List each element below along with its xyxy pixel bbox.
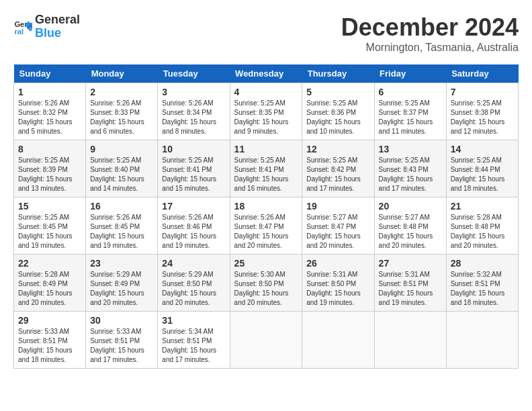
calendar-cell: 13 Sunrise: 5:25 AMSunset: 8:43 PMDaylig… bbox=[374, 140, 446, 197]
calendar-cell: 14 Sunrise: 5:25 AMSunset: 8:44 PMDaylig… bbox=[446, 140, 518, 197]
day-number: 17 bbox=[162, 201, 225, 212]
day-info: Sunrise: 5:25 AMSunset: 8:42 PMDaylight:… bbox=[306, 156, 369, 193]
day-info: Sunrise: 5:31 AMSunset: 8:51 PMDaylight:… bbox=[379, 270, 442, 308]
header-thursday: Thursday bbox=[302, 64, 374, 83]
calendar-cell: 26 Sunrise: 5:31 AMSunset: 8:50 PMDaylig… bbox=[302, 255, 374, 312]
calendar-cell: 22 Sunrise: 5:28 AMSunset: 8:49 PMDaylig… bbox=[14, 255, 86, 312]
day-info: Sunrise: 5:25 AMSunset: 8:41 PMDaylight:… bbox=[234, 156, 298, 193]
day-number: 13 bbox=[379, 144, 442, 154]
calendar-cell: 16 Sunrise: 5:26 AMSunset: 8:45 PMDaylig… bbox=[86, 197, 158, 255]
day-info: Sunrise: 5:25 AMSunset: 8:40 PMDaylight:… bbox=[90, 156, 153, 193]
calendar-cell bbox=[302, 312, 374, 369]
day-info: Sunrise: 5:34 AMSunset: 8:51 PMDaylight:… bbox=[162, 327, 225, 365]
calendar-cell: 28 Sunrise: 5:32 AMSunset: 8:51 PMDaylig… bbox=[446, 255, 518, 312]
calendar-cell: 9 Sunrise: 5:25 AMSunset: 8:40 PMDayligh… bbox=[86, 140, 158, 197]
header-saturday: Saturday bbox=[446, 64, 518, 83]
header-monday: Monday bbox=[86, 64, 158, 83]
calendar-cell: 11 Sunrise: 5:25 AMSunset: 8:41 PMDaylig… bbox=[230, 140, 302, 197]
logo-text-line1: General bbox=[35, 13, 80, 27]
calendar-cell bbox=[374, 312, 446, 369]
calendar-cell: 25 Sunrise: 5:30 AMSunset: 8:50 PMDaylig… bbox=[230, 255, 302, 312]
week-row-5: 29 Sunrise: 5:33 AMSunset: 8:51 PMDaylig… bbox=[14, 312, 519, 369]
day-number: 6 bbox=[379, 87, 442, 97]
day-info: Sunrise: 5:25 AMSunset: 8:35 PMDaylight:… bbox=[234, 99, 298, 136]
day-number: 8 bbox=[18, 144, 81, 154]
day-info: Sunrise: 5:26 AMSunset: 8:46 PMDaylight:… bbox=[162, 213, 225, 250]
calendar-cell: 19 Sunrise: 5:27 AMSunset: 8:47 PMDaylig… bbox=[302, 197, 374, 255]
day-info: Sunrise: 5:33 AMSunset: 8:51 PMDaylight:… bbox=[18, 327, 81, 365]
logo: Gene ral General Blue bbox=[13, 13, 80, 40]
day-info: Sunrise: 5:25 AMSunset: 8:45 PMDaylight:… bbox=[18, 213, 81, 250]
week-row-2: 8 Sunrise: 5:25 AMSunset: 8:39 PMDayligh… bbox=[14, 140, 519, 197]
day-info: Sunrise: 5:26 AMSunset: 8:32 PMDaylight:… bbox=[18, 99, 81, 136]
day-number: 20 bbox=[379, 201, 442, 212]
day-number: 19 bbox=[306, 201, 369, 212]
calendar-cell: 23 Sunrise: 5:29 AMSunset: 8:49 PMDaylig… bbox=[86, 255, 158, 312]
day-info: Sunrise: 5:30 AMSunset: 8:50 PMDaylight:… bbox=[234, 270, 298, 308]
calendar-cell: 3 Sunrise: 5:26 AMSunset: 8:34 PMDayligh… bbox=[158, 83, 230, 140]
calendar-cell: 24 Sunrise: 5:29 AMSunset: 8:50 PMDaylig… bbox=[158, 255, 230, 312]
day-number: 23 bbox=[90, 258, 153, 269]
day-info: Sunrise: 5:33 AMSunset: 8:51 PMDaylight:… bbox=[90, 327, 153, 365]
calendar-cell: 4 Sunrise: 5:25 AMSunset: 8:35 PMDayligh… bbox=[230, 83, 302, 140]
calendar-cell bbox=[230, 312, 302, 369]
logo-icon: Gene ral bbox=[13, 17, 32, 36]
calendar-cell: 27 Sunrise: 5:31 AMSunset: 8:51 PMDaylig… bbox=[374, 255, 446, 312]
day-number: 26 bbox=[306, 258, 369, 269]
day-info: Sunrise: 5:25 AMSunset: 8:43 PMDaylight:… bbox=[379, 156, 442, 193]
calendar-cell: 20 Sunrise: 5:27 AMSunset: 8:48 PMDaylig… bbox=[374, 197, 446, 255]
location: Mornington, Tasmania, Australia bbox=[341, 42, 519, 54]
week-row-4: 22 Sunrise: 5:28 AMSunset: 8:49 PMDaylig… bbox=[14, 255, 519, 312]
day-info: Sunrise: 5:29 AMSunset: 8:50 PMDaylight:… bbox=[162, 270, 225, 308]
day-number: 29 bbox=[18, 315, 81, 326]
svg-text:ral: ral bbox=[14, 28, 24, 36]
day-info: Sunrise: 5:25 AMSunset: 8:38 PMDaylight:… bbox=[451, 99, 514, 136]
header-row: SundayMondayTuesdayWednesdayThursdayFrid… bbox=[14, 64, 519, 83]
calendar-cell: 2 Sunrise: 5:26 AMSunset: 8:33 PMDayligh… bbox=[86, 83, 158, 140]
day-number: 9 bbox=[90, 144, 153, 154]
week-row-3: 15 Sunrise: 5:25 AMSunset: 8:45 PMDaylig… bbox=[14, 197, 519, 255]
day-number: 16 bbox=[90, 201, 153, 212]
header-sunday: Sunday bbox=[14, 64, 86, 83]
day-number: 14 bbox=[451, 144, 514, 154]
calendar-cell: 17 Sunrise: 5:26 AMSunset: 8:46 PMDaylig… bbox=[158, 197, 230, 255]
day-number: 27 bbox=[379, 258, 442, 269]
header-wednesday: Wednesday bbox=[230, 64, 302, 83]
day-info: Sunrise: 5:25 AMSunset: 8:36 PMDaylight:… bbox=[306, 99, 369, 136]
calendar-cell: 7 Sunrise: 5:25 AMSunset: 8:38 PMDayligh… bbox=[446, 83, 518, 140]
day-info: Sunrise: 5:25 AMSunset: 8:44 PMDaylight:… bbox=[451, 156, 514, 193]
day-info: Sunrise: 5:25 AMSunset: 8:39 PMDaylight:… bbox=[18, 156, 81, 193]
calendar-cell: 1 Sunrise: 5:26 AMSunset: 8:32 PMDayligh… bbox=[14, 83, 86, 140]
day-number: 28 bbox=[451, 258, 514, 269]
calendar-cell: 30 Sunrise: 5:33 AMSunset: 8:51 PMDaylig… bbox=[86, 312, 158, 369]
day-info: Sunrise: 5:26 AMSunset: 8:47 PMDaylight:… bbox=[234, 213, 298, 250]
calendar-cell: 5 Sunrise: 5:25 AMSunset: 8:36 PMDayligh… bbox=[302, 83, 374, 140]
day-info: Sunrise: 5:31 AMSunset: 8:50 PMDaylight:… bbox=[306, 270, 369, 308]
day-info: Sunrise: 5:29 AMSunset: 8:49 PMDaylight:… bbox=[90, 270, 153, 308]
day-number: 21 bbox=[451, 201, 514, 212]
day-number: 18 bbox=[234, 201, 298, 212]
day-number: 15 bbox=[18, 201, 81, 212]
day-info: Sunrise: 5:27 AMSunset: 8:47 PMDaylight:… bbox=[306, 213, 369, 250]
day-number: 25 bbox=[234, 258, 298, 269]
day-info: Sunrise: 5:32 AMSunset: 8:51 PMDaylight:… bbox=[451, 270, 514, 308]
calendar-cell: 8 Sunrise: 5:25 AMSunset: 8:39 PMDayligh… bbox=[14, 140, 86, 197]
day-number: 22 bbox=[18, 258, 81, 269]
day-info: Sunrise: 5:26 AMSunset: 8:45 PMDaylight:… bbox=[90, 213, 153, 250]
calendar-cell: 15 Sunrise: 5:25 AMSunset: 8:45 PMDaylig… bbox=[14, 197, 86, 255]
calendar-cell bbox=[446, 312, 518, 369]
day-number: 12 bbox=[306, 144, 369, 154]
day-number: 2 bbox=[90, 87, 153, 97]
day-number: 11 bbox=[234, 144, 298, 154]
day-info: Sunrise: 5:26 AMSunset: 8:33 PMDaylight:… bbox=[90, 99, 153, 136]
header-tuesday: Tuesday bbox=[158, 64, 230, 83]
day-number: 1 bbox=[18, 87, 81, 97]
title-block: December 2024 Mornington, Tasmania, Aust… bbox=[341, 13, 519, 54]
day-info: Sunrise: 5:25 AMSunset: 8:37 PMDaylight:… bbox=[379, 99, 442, 136]
day-number: 10 bbox=[162, 144, 225, 154]
day-number: 5 bbox=[306, 87, 369, 97]
calendar-table: SundayMondayTuesdayWednesdayThursdayFrid… bbox=[13, 64, 519, 369]
day-number: 30 bbox=[90, 315, 153, 326]
logo-text-line2: Blue bbox=[35, 27, 80, 40]
day-info: Sunrise: 5:25 AMSunset: 8:41 PMDaylight:… bbox=[162, 156, 225, 193]
